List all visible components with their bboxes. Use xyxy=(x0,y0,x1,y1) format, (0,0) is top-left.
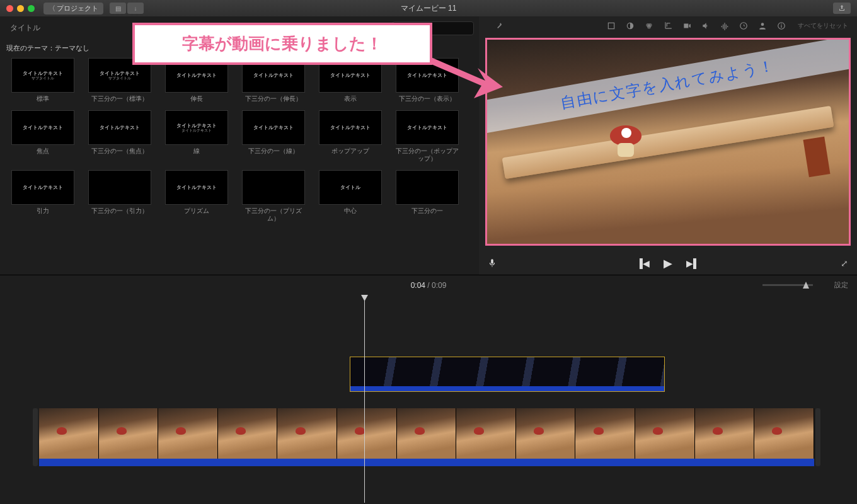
back-to-projects-button[interactable]: 〈 プロジェクト xyxy=(43,3,103,14)
title-preset-name: プリズム xyxy=(184,207,209,215)
title-thumb: タイトルテキスト xyxy=(11,170,74,205)
title-preset-name: ポップアップ xyxy=(331,147,369,155)
title-preset[interactable]: 下三分の一（プリズム） xyxy=(239,170,308,222)
window-controls xyxy=(6,5,35,12)
fullscreen-icon[interactable]: ⤢ xyxy=(841,258,848,268)
current-time: 0:04 xyxy=(411,281,425,290)
timeline[interactable] xyxy=(0,295,857,503)
titles-tab[interactable]: タイトル xyxy=(5,20,45,36)
title-preset-name: 下三分の一（線） xyxy=(248,147,299,155)
title-thumb: タイトルテキストタイトルテキスト xyxy=(165,110,228,145)
preview-viewer[interactable]: 自由に文字を入れてみよう！ xyxy=(479,35,857,252)
annotation-arrow-icon xyxy=(428,49,504,102)
title-thumb: タイトルテキスト xyxy=(88,110,151,145)
title-preset-name: 下三分の一（ポップアップ） xyxy=(394,147,460,163)
title-preset[interactable]: タイトル中心 xyxy=(316,170,384,222)
maximize-window-icon[interactable] xyxy=(28,5,35,12)
next-frame-button[interactable]: ▶▌ xyxy=(686,258,699,268)
title-preset[interactable]: タイトルテキストタイトルテキスト線 xyxy=(163,110,231,163)
magic-wand-icon[interactable] xyxy=(494,21,504,31)
title-preset[interactable]: タイトルテキスト焦点 xyxy=(9,110,77,163)
video-clip[interactable] xyxy=(39,408,814,459)
title-clip[interactable] xyxy=(350,357,665,392)
speed-icon[interactable] xyxy=(739,21,749,31)
playhead[interactable] xyxy=(364,295,365,503)
total-time: 0:09 xyxy=(432,281,446,290)
reset-all-button[interactable]: すべてをリセット xyxy=(798,21,848,30)
title-thumb xyxy=(88,170,151,205)
title-preset-name: 下三分の一（伸長） xyxy=(245,95,302,103)
back-label: プロジェクト xyxy=(57,4,98,13)
title-thumb: タイトルテキスト xyxy=(165,170,228,205)
title-preset-name: 焦点 xyxy=(37,147,49,155)
title-preset[interactable]: 下三分の一 xyxy=(393,170,461,222)
annotation-callout: 字幕が動画に乗りました！ xyxy=(132,23,432,65)
title-preset[interactable]: タイトルテキストサブタイトル標準 xyxy=(9,58,77,103)
title-thumb: タイトル xyxy=(319,170,382,205)
title-preset[interactable]: タイトルテキスト下三分の一（線） xyxy=(239,110,308,163)
title-preset-name: 標準 xyxy=(37,95,49,103)
title-thumb xyxy=(242,170,305,205)
title-thumb xyxy=(396,170,459,205)
svg-rect-0 xyxy=(608,23,614,28)
title-preset-name: 引力 xyxy=(37,207,49,215)
chevron-left-icon: 〈 xyxy=(49,4,55,13)
title-preset-name: 中心 xyxy=(344,207,357,215)
title-preset-name: 下三分の一（プリズム） xyxy=(241,207,306,222)
play-button[interactable]: ▶ xyxy=(664,256,672,270)
info-icon[interactable] xyxy=(776,21,786,31)
titlebar: 〈 プロジェクト ▤ ↓ マイムービー 11 xyxy=(0,0,857,16)
title-preset-name: 表示 xyxy=(344,95,357,103)
title-preset-name: 伸長 xyxy=(190,95,203,103)
title-preset-name: 線 xyxy=(193,147,200,155)
import-icon[interactable]: ↓ xyxy=(127,3,144,14)
volume-icon[interactable] xyxy=(701,21,711,31)
share-icon xyxy=(838,4,846,12)
stabilization-icon[interactable] xyxy=(682,21,692,31)
title-preset[interactable]: タイトルテキスト引力 xyxy=(9,170,77,222)
title-thumb: タイトルテキスト xyxy=(242,110,305,145)
close-window-icon[interactable] xyxy=(6,5,13,12)
annotation-text: 字幕が動画に乗りました！ xyxy=(182,33,382,55)
title-thumb: タイトルテキストサブタイトル xyxy=(11,58,74,93)
timeline-settings-button[interactable]: 設定 xyxy=(834,280,848,290)
title-thumb: タイトルテキスト xyxy=(319,110,382,145)
svg-point-4 xyxy=(647,25,651,29)
title-preset[interactable]: タイトルテキスト下三分の一（ポップアップ） xyxy=(393,110,461,163)
voiceover-icon[interactable] xyxy=(488,258,497,269)
title-thumb: タイトルテキスト xyxy=(396,110,459,145)
timeline-zoom-slider[interactable] xyxy=(762,284,813,286)
timecode-bar: 0:04 / 0:09 設定 xyxy=(0,275,857,295)
color-balance-icon[interactable] xyxy=(625,21,635,31)
video-audio-track[interactable] xyxy=(39,459,814,466)
share-button[interactable] xyxy=(833,3,851,14)
crop-icon[interactable] xyxy=(663,21,673,31)
title-preset[interactable]: タイトルテキスト下三分の一（焦点） xyxy=(86,110,154,163)
library-view-icon[interactable]: ▤ xyxy=(110,3,126,14)
window-title: マイムービー 11 xyxy=(401,3,457,14)
noise-reduction-icon[interactable] xyxy=(720,21,730,31)
prev-frame-button[interactable]: ▐◀ xyxy=(636,258,650,268)
title-preset[interactable]: タイトルテキストプリズム xyxy=(163,170,231,222)
overlay-text: 自由に文字を入れてみよう！ xyxy=(560,57,776,112)
color-correction-icon[interactable] xyxy=(644,21,654,31)
title-preset-name: 下三分の一（引力） xyxy=(91,207,148,215)
clip-handle-right[interactable] xyxy=(815,408,820,466)
title-preset[interactable]: 下三分の一（引力） xyxy=(86,170,154,222)
viewer-panel: すべてをリセット 自由に文字を入れてみよう！ ▐◀ ▶ ▶▌ ⤢ xyxy=(479,16,857,275)
title-preset-name: 下三分の一（焦点） xyxy=(91,147,148,155)
title-preset-name: 下三分の一 xyxy=(411,207,443,215)
title-thumb: タイトルテキスト xyxy=(11,110,74,145)
time-separator: / xyxy=(425,281,432,290)
svg-point-6 xyxy=(761,23,764,26)
minimize-window-icon[interactable] xyxy=(17,5,24,12)
crop-overlay-icon[interactable] xyxy=(606,21,616,31)
clip-filter-icon[interactable] xyxy=(757,21,768,31)
title-preset-name: 下三分の一（標準） xyxy=(91,95,148,103)
clip-handle-left[interactable] xyxy=(33,408,38,466)
title-preset[interactable]: タイトルテキストポップアップ xyxy=(316,110,384,163)
